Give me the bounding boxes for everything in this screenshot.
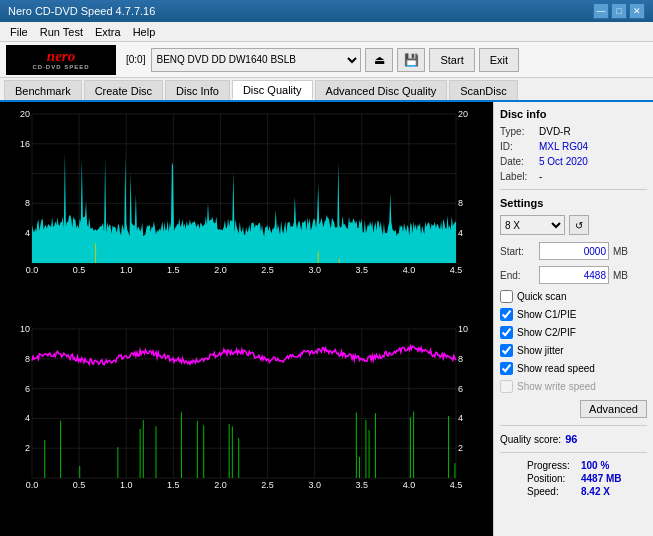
speed-row: 8 X ↺ bbox=[500, 215, 647, 235]
write-speed-row: Show write speed bbox=[500, 380, 647, 393]
id-value: MXL RG04 bbox=[539, 141, 588, 152]
titlebar-title: Nero CD-DVD Speed 4.7.7.16 bbox=[8, 5, 155, 17]
maximize-button[interactable]: □ bbox=[611, 3, 627, 19]
device-selector[interactable]: BENQ DVD DD DW1640 BSLB bbox=[151, 48, 361, 72]
settings-title: Settings bbox=[500, 197, 647, 209]
save-button[interactable]: 💾 bbox=[397, 48, 425, 72]
label-label: Label: bbox=[500, 171, 535, 182]
end-row: End: MB bbox=[500, 266, 647, 284]
position-value: 4487 MB bbox=[581, 473, 622, 484]
type-value: DVD-R bbox=[539, 126, 571, 137]
divider-1 bbox=[500, 189, 647, 190]
eject-button[interactable]: ⏏ bbox=[365, 48, 393, 72]
quick-scan-label: Quick scan bbox=[517, 291, 566, 302]
c2pif-label: Show C2/PIF bbox=[517, 327, 576, 338]
read-speed-checkbox[interactable] bbox=[500, 362, 513, 375]
charts-area bbox=[0, 102, 493, 536]
c2pif-checkbox[interactable] bbox=[500, 326, 513, 339]
position-label: Position: bbox=[527, 473, 577, 484]
jitter-checkbox[interactable] bbox=[500, 344, 513, 357]
speed-row: Speed: 8.42 X bbox=[527, 486, 647, 497]
advanced-button[interactable]: Advanced bbox=[580, 400, 647, 418]
start-label: Start: bbox=[500, 246, 535, 257]
speed-value: 8.42 X bbox=[581, 486, 610, 497]
quick-scan-checkbox[interactable] bbox=[500, 290, 513, 303]
quality-score-label: Quality score: bbox=[500, 434, 561, 445]
c2pif-row: Show C2/PIF bbox=[500, 326, 647, 339]
disc-id-row: ID: MXL RG04 bbox=[500, 141, 647, 152]
pie-chart-container bbox=[4, 106, 489, 321]
c1pie-checkbox[interactable] bbox=[500, 308, 513, 321]
position-row: Position: 4487 MB bbox=[527, 473, 647, 484]
jitter-label: Show jitter bbox=[517, 345, 564, 356]
disc-info-title: Disc info bbox=[500, 108, 647, 120]
progress-section: Progress: 100 % Position: 4487 MB Speed:… bbox=[527, 460, 647, 497]
disc-type-row: Type: DVD-R bbox=[500, 126, 647, 137]
right-panel: Disc info Type: DVD-R ID: MXL RG04 Date:… bbox=[493, 102, 653, 536]
start-row: Start: MB bbox=[500, 242, 647, 260]
speed-select[interactable]: 8 X bbox=[500, 215, 565, 235]
jitter-chart-container bbox=[4, 321, 489, 536]
close-button[interactable]: ✕ bbox=[629, 3, 645, 19]
refresh-button[interactable]: ↺ bbox=[569, 215, 589, 235]
write-speed-checkbox bbox=[500, 380, 513, 393]
label-value: - bbox=[539, 171, 542, 182]
read-speed-row: Show read speed bbox=[500, 362, 647, 375]
toolbar: nero CD·DVD SPEED [0:0] BENQ DVD DD DW16… bbox=[0, 42, 653, 78]
type-label: Type: bbox=[500, 126, 535, 137]
menu-extra[interactable]: Extra bbox=[89, 25, 127, 39]
speed-label: Speed: bbox=[527, 486, 577, 497]
end-input[interactable] bbox=[539, 266, 609, 284]
quality-score-value: 96 bbox=[565, 433, 577, 445]
minimize-button[interactable]: — bbox=[593, 3, 609, 19]
tabbar: Benchmark Create Disc Disc Info Disc Qua… bbox=[0, 78, 653, 102]
date-value: 5 Oct 2020 bbox=[539, 156, 588, 167]
tab-scandisc[interactable]: ScanDisc bbox=[449, 80, 517, 100]
menu-help[interactable]: Help bbox=[127, 25, 162, 39]
menu-run-test[interactable]: Run Test bbox=[34, 25, 89, 39]
c1pie-label: Show C1/PIE bbox=[517, 309, 576, 320]
end-label: End: bbox=[500, 270, 535, 281]
quick-scan-row: Quick scan bbox=[500, 290, 647, 303]
tab-disc-quality[interactable]: Disc Quality bbox=[232, 80, 313, 100]
jitter-row: Show jitter bbox=[500, 344, 647, 357]
tab-disc-info[interactable]: Disc Info bbox=[165, 80, 230, 100]
tab-benchmark[interactable]: Benchmark bbox=[4, 80, 82, 100]
titlebar: Nero CD-DVD Speed 4.7.7.16 — □ ✕ bbox=[0, 0, 653, 22]
id-label: ID: bbox=[500, 141, 535, 152]
disc-label-row: Label: - bbox=[500, 171, 647, 182]
read-speed-label: Show read speed bbox=[517, 363, 595, 374]
menubar: File Run Test Extra Help bbox=[0, 22, 653, 42]
main-content: Disc info Type: DVD-R ID: MXL RG04 Date:… bbox=[0, 102, 653, 536]
c1pie-row: Show C1/PIE bbox=[500, 308, 647, 321]
tab-create-disc[interactable]: Create Disc bbox=[84, 80, 163, 100]
app-logo: nero CD·DVD SPEED bbox=[6, 45, 116, 75]
divider-2 bbox=[500, 425, 647, 426]
date-label: Date: bbox=[500, 156, 535, 167]
exit-button[interactable]: Exit bbox=[479, 48, 519, 72]
divider-3 bbox=[500, 452, 647, 453]
start-button[interactable]: Start bbox=[429, 48, 474, 72]
progress-value: 100 % bbox=[581, 460, 609, 471]
write-speed-label: Show write speed bbox=[517, 381, 596, 392]
progress-row: Progress: 100 % bbox=[527, 460, 647, 471]
tab-advanced-disc-quality[interactable]: Advanced Disc Quality bbox=[315, 80, 448, 100]
device-label: [0:0] bbox=[126, 54, 145, 65]
progress-label: Progress: bbox=[527, 460, 577, 471]
titlebar-controls: — □ ✕ bbox=[593, 3, 645, 19]
disc-date-row: Date: 5 Oct 2020 bbox=[500, 156, 647, 167]
menu-file[interactable]: File bbox=[4, 25, 34, 39]
quality-score-row: Quality score: 96 bbox=[500, 433, 647, 445]
start-input[interactable] bbox=[539, 242, 609, 260]
